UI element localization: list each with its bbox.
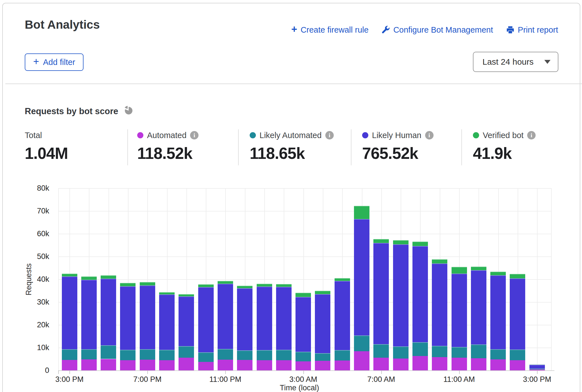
- bar-segment-likely-human[interactable]: [198, 287, 214, 352]
- bar-segment-verified-bot[interactable]: [62, 274, 77, 277]
- bar-segment-verified-bot[interactable]: [237, 286, 252, 289]
- bar-segment-likely-human[interactable]: [218, 284, 233, 349]
- bar-segment-verified-bot[interactable]: [510, 274, 525, 278]
- create-firewall-rule-link[interactable]: + Create firewall rule: [291, 25, 369, 35]
- bar-segment-verified-bot[interactable]: [529, 364, 545, 365]
- bar-segment-likely-automated[interactable]: [218, 349, 233, 360]
- bar-segment-verified-bot[interactable]: [276, 284, 292, 287]
- bar-segment-verified-bot[interactable]: [218, 281, 233, 284]
- bar-segment-verified-bot[interactable]: [412, 242, 428, 246]
- bar-segment-verified-bot[interactable]: [140, 282, 155, 285]
- bar-segment-likely-human[interactable]: [373, 243, 389, 344]
- bar-segment-automated[interactable]: [412, 356, 428, 370]
- bar-segment-automated[interactable]: [354, 351, 369, 370]
- bar-segment-likely-automated[interactable]: [120, 350, 136, 360]
- bar-segment-likely-human[interactable]: [179, 296, 194, 346]
- bar-segment-likely-human[interactable]: [432, 263, 447, 346]
- bar-segment-likely-automated[interactable]: [373, 344, 389, 358]
- bar-segment-automated[interactable]: [218, 360, 233, 370]
- bar-segment-likely-human[interactable]: [81, 280, 97, 349]
- bar-segment-automated[interactable]: [295, 361, 311, 370]
- info-icon[interactable]: i: [425, 131, 434, 139]
- bar-segment-automated[interactable]: [237, 360, 252, 370]
- bar-segment-automated[interactable]: [490, 359, 506, 370]
- bar-segment-verified-bot[interactable]: [101, 275, 116, 279]
- bar-segment-likely-automated[interactable]: [335, 350, 350, 361]
- bar-segment-likely-automated[interactable]: [393, 346, 409, 359]
- bar-segment-verified-bot[interactable]: [315, 291, 330, 294]
- bar-segment-automated[interactable]: [81, 359, 97, 370]
- bar-segment-automated[interactable]: [452, 358, 467, 370]
- bar-segment-likely-automated[interactable]: [257, 350, 272, 360]
- bar-segment-likely-automated[interactable]: [198, 352, 214, 362]
- bar-segment-automated[interactable]: [315, 361, 330, 370]
- configure-bot-management-link[interactable]: Configure Bot Management: [382, 25, 493, 35]
- bar-segment-verified-bot[interactable]: [198, 284, 214, 287]
- bar-segment-likely-automated[interactable]: [295, 352, 311, 361]
- bar-segment-automated[interactable]: [120, 360, 136, 370]
- bar-segment-verified-bot[interactable]: [295, 293, 311, 297]
- bar-segment-automated[interactable]: [510, 360, 525, 370]
- bar-segment-likely-automated[interactable]: [471, 344, 486, 358]
- bar-segment-verified-bot[interactable]: [373, 239, 389, 243]
- bar-segment-likely-human[interactable]: [276, 287, 292, 350]
- bar-segment-likely-human[interactable]: [237, 288, 252, 350]
- bar-segment-likely-automated[interactable]: [237, 350, 252, 360]
- bar-segment-likely-automated[interactable]: [354, 335, 369, 351]
- bar-segment-likely-automated[interactable]: [452, 347, 467, 358]
- info-icon[interactable]: i: [325, 131, 334, 139]
- bar-segment-likely-automated[interactable]: [81, 349, 97, 359]
- bar-segment-likely-automated[interactable]: [412, 342, 428, 356]
- bar-segment-verified-bot[interactable]: [452, 267, 467, 273]
- time-range-select[interactable]: Last 24 hours: [473, 52, 558, 72]
- bar-segment-likely-human[interactable]: [159, 294, 175, 350]
- bar-segment-likely-automated[interactable]: [159, 350, 175, 360]
- bar-segment-likely-human[interactable]: [529, 365, 545, 369]
- bar-segment-verified-bot[interactable]: [81, 276, 97, 280]
- bar-segment-automated[interactable]: [101, 359, 116, 371]
- bar-segment-verified-bot[interactable]: [120, 283, 136, 286]
- bar-segment-automated[interactable]: [335, 361, 350, 370]
- bar-segment-likely-automated[interactable]: [140, 349, 155, 360]
- bar-segment-likely-human[interactable]: [140, 285, 155, 349]
- bar-segment-automated[interactable]: [471, 358, 486, 370]
- bar-segment-verified-bot[interactable]: [432, 259, 447, 263]
- bar-segment-likely-human[interactable]: [315, 294, 330, 353]
- bar-segment-likely-human[interactable]: [412, 246, 428, 343]
- bar-segment-likely-automated[interactable]: [510, 350, 525, 360]
- bar-segment-likely-automated[interactable]: [276, 350, 292, 360]
- bar-segment-likely-automated[interactable]: [432, 346, 447, 357]
- bar-segment-verified-bot[interactable]: [393, 240, 409, 244]
- bar-segment-verified-bot[interactable]: [257, 284, 272, 287]
- bar-segment-likely-human[interactable]: [120, 286, 136, 350]
- info-icon[interactable]: i: [190, 131, 198, 139]
- bar-segment-likely-human[interactable]: [393, 244, 409, 346]
- bar-segment-verified-bot[interactable]: [471, 267, 486, 271]
- bar-segment-verified-bot[interactable]: [159, 292, 175, 294]
- bar-segment-likely-human[interactable]: [62, 276, 77, 349]
- bar-segment-automated[interactable]: [257, 360, 272, 370]
- bar-segment-likely-human[interactable]: [452, 274, 467, 347]
- bar-segment-likely-human[interactable]: [257, 287, 272, 350]
- bar-segment-automated[interactable]: [140, 360, 155, 370]
- bar-segment-likely-human[interactable]: [510, 278, 525, 350]
- bar-segment-verified-bot[interactable]: [179, 294, 194, 296]
- bar-segment-automated[interactable]: [179, 358, 194, 370]
- bar-segment-automated[interactable]: [198, 362, 214, 370]
- bar-segment-likely-human[interactable]: [295, 297, 311, 352]
- bar-segment-likely-automated[interactable]: [529, 369, 545, 370]
- info-icon[interactable]: i: [527, 131, 536, 139]
- bar-segment-likely-human[interactable]: [335, 281, 350, 350]
- bar-segment-likely-automated[interactable]: [179, 346, 194, 358]
- bar-segment-automated[interactable]: [373, 358, 389, 370]
- bar-segment-automated[interactable]: [432, 357, 447, 370]
- bar-segment-automated[interactable]: [276, 360, 292, 370]
- add-filter-button[interactable]: + Add filter: [25, 53, 84, 71]
- bar-segment-verified-bot[interactable]: [490, 272, 506, 275]
- bar-segment-verified-bot[interactable]: [354, 206, 369, 219]
- bar-segment-likely-automated[interactable]: [490, 349, 506, 359]
- bar-segment-likely-automated[interactable]: [62, 349, 77, 360]
- bar-segment-likely-human[interactable]: [471, 270, 486, 344]
- bar-segment-likely-human[interactable]: [354, 219, 369, 335]
- bar-segment-automated[interactable]: [393, 359, 409, 370]
